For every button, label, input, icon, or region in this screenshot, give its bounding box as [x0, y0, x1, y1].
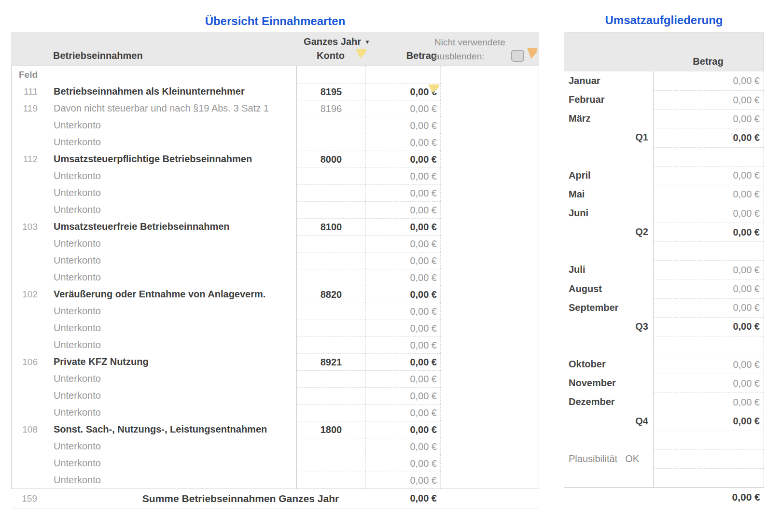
- notes-cell[interactable]: [441, 235, 539, 252]
- betrag-cell[interactable]: 0,00 €: [654, 355, 764, 374]
- notes-cell[interactable]: [441, 438, 539, 455]
- betrag-cell[interactable]: 0,00 €: [366, 353, 441, 370]
- konto-cell[interactable]: [296, 184, 366, 201]
- konto-cell[interactable]: 8820: [296, 286, 366, 303]
- row-label-cell[interactable]: Unterkonto: [42, 168, 296, 184]
- konto-cell[interactable]: [296, 336, 366, 353]
- betrag-cell[interactable]: 0,00 €: [654, 298, 764, 317]
- konto-cell[interactable]: [296, 387, 366, 404]
- konto-cell[interactable]: [296, 455, 366, 472]
- betrag-cell[interactable]: 0,00 €: [366, 201, 441, 218]
- betrag-cell[interactable]: 0,00 €: [654, 71, 764, 90]
- betrag-cell[interactable]: 0,00 €: [366, 472, 441, 489]
- row-label-cell[interactable]: Unterkonto: [42, 438, 296, 455]
- period-label-cell[interactable]: September: [564, 298, 654, 317]
- notes-cell[interactable]: [441, 100, 539, 117]
- row-label-cell[interactable]: Veräußerung oder Entnahme von Anlageverm…: [42, 286, 296, 303]
- betrag-cell[interactable]: 0,00 €: [366, 303, 441, 320]
- row-label-cell[interactable]: Unterkonto: [42, 370, 296, 387]
- notes-cell[interactable]: [441, 184, 539, 201]
- notes-cell[interactable]: [441, 83, 539, 100]
- row-label-cell[interactable]: Unterkonto: [42, 320, 296, 336]
- row-label-cell[interactable]: Betriebseinnahmen als Kleinunternehmer: [42, 83, 296, 100]
- konto-cell[interactable]: 8000: [296, 151, 366, 168]
- konto-cell[interactable]: [296, 269, 366, 286]
- row-label-cell[interactable]: Unterkonto: [42, 117, 296, 134]
- betrag-cell[interactable]: 0,00 €: [654, 204, 764, 223]
- konto-cell[interactable]: [296, 117, 366, 134]
- betrag-cell[interactable]: 0,00 €: [654, 260, 764, 279]
- betrag-cell[interactable]: 0,00 €: [654, 90, 764, 109]
- notes-cell[interactable]: [441, 404, 539, 421]
- row-label-cell[interactable]: Unterkonto: [42, 252, 296, 269]
- row-label-cell[interactable]: Unterkonto: [42, 472, 296, 489]
- notes-cell[interactable]: [441, 421, 539, 438]
- konto-cell[interactable]: [296, 168, 366, 184]
- betrag-cell[interactable]: 0,00 €: [366, 455, 441, 472]
- notes-cell[interactable]: [441, 168, 539, 184]
- row-label-cell[interactable]: Unterkonto: [42, 235, 296, 252]
- period-label-cell[interactable]: PlausibilitätOK: [564, 449, 654, 468]
- betrag-cell[interactable]: 0,00 €: [366, 320, 441, 336]
- period-label-cell[interactable]: Oktober: [564, 355, 654, 374]
- period-label-cell[interactable]: März: [564, 109, 654, 128]
- row-label-cell[interactable]: Unterkonto: [42, 201, 296, 218]
- period-label-cell[interactable]: November: [564, 374, 654, 392]
- period-label-cell[interactable]: [564, 468, 654, 487]
- period-label-cell[interactable]: Q1: [564, 128, 654, 147]
- konto-cell[interactable]: 8921: [296, 353, 366, 370]
- sum-row[interactable]: 159 Summe Betriebseinnahmen Ganzes Jahr …: [11, 489, 539, 508]
- period-label-cell[interactable]: Dezember: [564, 392, 654, 411]
- row-label-cell[interactable]: Unterkonto: [42, 455, 296, 472]
- betrag-cell[interactable]: 0,00 €: [366, 235, 441, 252]
- konto-cell[interactable]: [296, 320, 366, 336]
- period-label-cell[interactable]: Q3: [564, 317, 654, 336]
- row-label-cell[interactable]: Unterkonto: [42, 404, 296, 421]
- betrag-cell[interactable]: 0,00 €: [366, 404, 441, 421]
- notes-cell[interactable]: [441, 286, 539, 303]
- notes-cell[interactable]: [441, 134, 539, 151]
- betrag-cell[interactable]: 0,00 €: [366, 370, 441, 387]
- betrag-cell[interactable]: [654, 147, 764, 166]
- betrag-cell[interactable]: [654, 449, 764, 468]
- konto-cell[interactable]: [296, 252, 366, 269]
- betrag-cell[interactable]: [654, 468, 764, 487]
- betrag-cell[interactable]: 0,00 €: [366, 218, 441, 235]
- konto-cell[interactable]: [296, 134, 366, 151]
- betrag-cell[interactable]: 0,00 €: [654, 374, 764, 392]
- betrag-cell[interactable]: 0,00 €: [366, 100, 441, 117]
- betrag-cell[interactable]: 0,00 €: [366, 117, 441, 134]
- konto-cell[interactable]: [296, 235, 366, 252]
- period-label-cell[interactable]: April: [564, 166, 654, 185]
- row-label-cell[interactable]: Unterkonto: [42, 269, 296, 286]
- konto-cell[interactable]: [296, 472, 366, 489]
- row-label-cell[interactable]: Sonst. Sach-, Nutzungs-, Leistungsentnah…: [42, 421, 296, 438]
- hide-unused-checkbox[interactable]: [511, 50, 524, 62]
- betrag-cell[interactable]: 0,00 €: [654, 109, 764, 128]
- notes-cell[interactable]: [441, 387, 539, 404]
- konto-cell[interactable]: [296, 370, 366, 387]
- betrag-cell[interactable]: 0,00 €: [366, 421, 441, 438]
- row-label-cell[interactable]: Unterkonto: [42, 336, 296, 353]
- row-label-cell[interactable]: Unterkonto: [42, 387, 296, 404]
- period-label-cell[interactable]: Juni: [564, 204, 654, 223]
- notes-cell[interactable]: [441, 353, 539, 370]
- betrag-cell[interactable]: 0,00 €: [366, 151, 441, 168]
- betrag-cell[interactable]: 0,00 €: [654, 317, 764, 336]
- period-label-cell[interactable]: August: [564, 280, 654, 298]
- notes-cell[interactable]: [441, 117, 539, 134]
- period-label-cell[interactable]: Q2: [564, 223, 654, 241]
- betrag-cell[interactable]: 0,00 €: [366, 387, 441, 404]
- period-label-cell[interactable]: Q4: [564, 412, 654, 431]
- notes-cell[interactable]: [441, 151, 539, 168]
- betrag-cell[interactable]: 0,00 €: [366, 286, 441, 303]
- betrag-cell[interactable]: 0,00 €: [654, 280, 764, 298]
- betrag-cell[interactable]: 0,00 €: [366, 269, 441, 286]
- row-label-cell[interactable]: Umsatzsteuerpflichtige Betriebseinnahmen: [42, 151, 296, 168]
- period-dropdown[interactable]: Ganzes Jahr▼: [304, 36, 370, 47]
- row-label-cell[interactable]: Unterkonto: [42, 303, 296, 320]
- notes-cell[interactable]: [441, 370, 539, 387]
- notes-cell[interactable]: [441, 303, 539, 320]
- notes-cell[interactable]: [441, 472, 539, 489]
- row-label-cell[interactable]: Davon nicht steuerbar und nach §19 Abs. …: [42, 100, 296, 117]
